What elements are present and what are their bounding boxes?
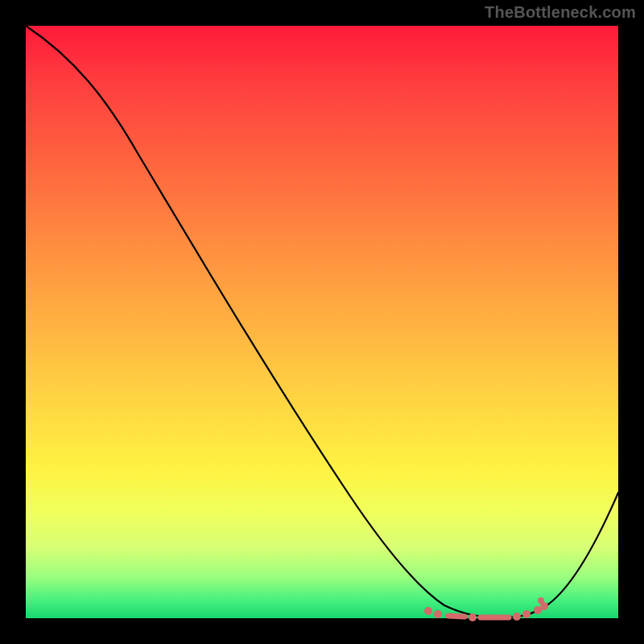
watermark-text: TheBottleneck.com	[485, 3, 636, 22]
bottleneck-curve	[26, 26, 618, 617]
marker-dot	[522, 610, 530, 618]
marker-dot	[469, 613, 477, 621]
curve-svg	[26, 26, 618, 618]
marker-dot	[538, 597, 544, 604]
marker-dot	[513, 613, 521, 621]
plot-area	[26, 26, 618, 618]
marker-dot	[434, 610, 442, 618]
chart-frame: TheBottleneck.com	[0, 0, 644, 644]
marker-dash	[448, 616, 464, 617]
marker-dot	[424, 607, 432, 615]
